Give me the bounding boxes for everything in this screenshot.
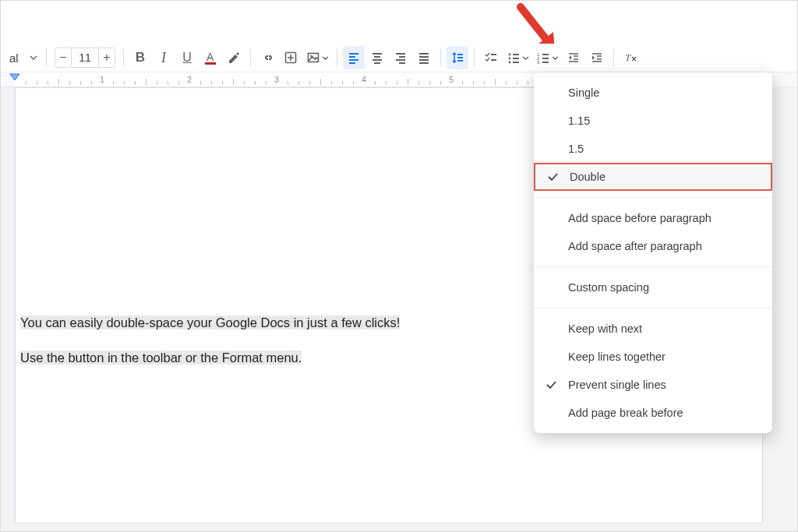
align-left-button[interactable] <box>343 46 365 69</box>
paragraph-2: Use the button in the toolbar or the For… <box>20 351 302 365</box>
menu-item-space-before[interactable]: Add space before paragraph <box>534 204 772 232</box>
menu-separator <box>534 197 772 198</box>
menu-item-double[interactable]: Double <box>534 163 772 191</box>
italic-button[interactable]: I <box>153 46 175 69</box>
bold-button[interactable]: B <box>129 46 151 69</box>
line-spacing-button[interactable] <box>447 46 468 69</box>
checklist-button[interactable] <box>480 46 502 69</box>
menu-item-keep-lines[interactable]: Keep lines together <box>534 343 772 371</box>
menu-item-1-15[interactable]: 1.15 <box>534 107 772 135</box>
separator <box>613 49 614 66</box>
chevron-down-icon <box>30 54 37 62</box>
align-right-button[interactable] <box>390 46 411 69</box>
numbered-list-button[interactable]: 123 <box>533 46 561 69</box>
separator <box>440 49 441 66</box>
menu-item-page-break-before[interactable]: Add page break before <box>534 399 772 427</box>
underline-button[interactable]: U <box>176 46 198 69</box>
add-comment-button[interactable] <box>280 46 302 69</box>
highlight-color-button[interactable] <box>223 46 245 69</box>
check-icon <box>545 379 557 391</box>
svg-text:T: T <box>625 51 631 63</box>
toolbar: al − 11 + B I U A <box>1 44 797 72</box>
menu-separator <box>534 308 772 308</box>
font-size-group: − 11 + <box>55 48 115 68</box>
font-size-decrease[interactable]: − <box>55 48 72 68</box>
bulleted-list-button[interactable] <box>503 46 531 69</box>
separator <box>46 49 47 66</box>
text-color-button[interactable]: A <box>200 46 221 69</box>
menu-separator <box>534 266 772 267</box>
insert-image-button[interactable] <box>303 46 331 69</box>
check-icon <box>546 171 559 183</box>
align-center-button[interactable] <box>366 46 388 69</box>
menu-item-custom-spacing[interactable]: Custom spacing <box>534 273 772 301</box>
increase-indent-button[interactable] <box>586 46 608 69</box>
menu-item-single[interactable]: Single <box>534 79 772 107</box>
svg-point-5 <box>508 54 510 56</box>
align-justify-button[interactable] <box>413 46 435 69</box>
line-spacing-menu: Single 1.15 1.5 Double Add space before … <box>534 72 772 433</box>
svg-point-7 <box>508 62 510 64</box>
svg-point-6 <box>508 58 510 60</box>
clear-formatting-button[interactable]: T <box>620 46 641 69</box>
menu-item-prevent-single[interactable]: Prevent single lines <box>534 371 772 399</box>
app-window: al − 11 + B I U A <box>0 0 798 532</box>
insert-link-button[interactable] <box>256 46 278 69</box>
document-body[interactable]: You can easily double-space your Google … <box>20 310 457 380</box>
menu-item-space-after[interactable]: Add space after paragraph <box>534 232 772 260</box>
decrease-indent-button[interactable] <box>563 46 584 69</box>
paragraph-1: You can easily double-space your Google … <box>20 315 400 329</box>
svg-rect-1 <box>205 62 216 65</box>
font-name-label: al <box>8 51 25 65</box>
svg-text:A: A <box>207 51 214 63</box>
separator <box>123 49 124 66</box>
separator <box>474 49 475 66</box>
menu-item-keep-with-next[interactable]: Keep with next <box>534 315 772 343</box>
font-size-increase[interactable]: + <box>98 48 115 68</box>
svg-text:3: 3 <box>537 60 540 65</box>
font-size-value[interactable]: 11 <box>72 48 98 68</box>
font-name-box[interactable]: al <box>5 46 41 69</box>
menu-item-1-5[interactable]: 1.5 <box>534 135 772 163</box>
separator <box>250 49 251 66</box>
separator <box>337 49 337 66</box>
